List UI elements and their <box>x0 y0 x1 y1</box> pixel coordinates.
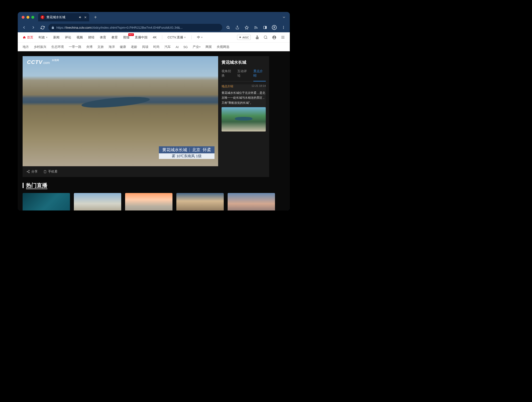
svg-rect-8 <box>265 26 266 29</box>
nav-item[interactable]: 新闻 <box>53 35 60 40</box>
svg-point-10 <box>283 27 284 28</box>
svg-rect-23 <box>44 170 46 173</box>
close-tab-icon[interactable]: ✕ <box>84 16 87 19</box>
hot-card[interactable] <box>23 193 70 210</box>
nav-item[interactable]: 视频 <box>77 35 83 40</box>
nav-cctv-live[interactable]: CCTV.直播 ▼ <box>168 35 186 40</box>
nav-item[interactable]: 熊猫HOT <box>123 35 129 40</box>
side-tab-comment[interactable]: 互动评论 <box>237 69 250 79</box>
bookmark-icon[interactable] <box>243 24 250 31</box>
reload-button[interactable] <box>39 24 46 31</box>
nav2-item[interactable]: 央博 <box>86 45 93 49</box>
nav-item[interactable]: 体育 <box>100 35 106 40</box>
nav2-item[interactable]: 央视网选 <box>217 45 229 49</box>
nav-item[interactable]: 直播中国 <box>135 35 147 40</box>
nav2-item[interactable]: 健康 <box>120 45 126 49</box>
maximize-window-button[interactable] <box>31 16 34 19</box>
side-title: 黄花城水长城 <box>222 60 266 65</box>
close-window-button[interactable] <box>22 16 25 19</box>
lock-icon <box>51 26 54 29</box>
nav2-item[interactable]: 时尚 <box>153 45 160 49</box>
nav-item[interactable]: 评论 <box>65 35 71 40</box>
info-description: 黄花城水长城位于北京怀柔，是北京唯一一处长城与水相连的景区，又称"乘船游览的长城… <box>222 90 266 105</box>
user-icon[interactable] <box>272 35 276 40</box>
nav2-item[interactable]: 产业+ <box>193 45 201 49</box>
nav-language[interactable]: 中 ▼ <box>197 35 203 40</box>
back-button[interactable] <box>21 24 27 31</box>
hot-card[interactable] <box>74 193 121 210</box>
hamburger-icon[interactable] <box>281 35 285 39</box>
nav2-item[interactable]: 乡村振兴 <box>34 45 46 49</box>
home-icon <box>23 36 26 39</box>
lower-third: 黄花城水长城 北京 怀柔 雾 10℃东南风 1级 <box>159 146 215 159</box>
side-tabs: 视角切换 互动评论 景点介绍 <box>222 69 266 81</box>
url-text: https://livechina.cctv.com/zbdcy/index.s… <box>56 26 183 29</box>
side-tab-view[interactable]: 视角切换 <box>222 69 234 79</box>
share-icon[interactable] <box>234 24 241 31</box>
reading-list-icon[interactable] <box>252 24 259 31</box>
nav-item[interactable]: 时政▼ <box>39 35 48 40</box>
nav2-item[interactable]: 文旅 <box>97 45 104 49</box>
svg-point-19 <box>27 171 28 172</box>
forward-button[interactable] <box>30 24 37 31</box>
aigc-button[interactable]: ✦AIGC <box>237 35 251 40</box>
svg-point-18 <box>29 170 30 171</box>
cctv-logo: 央视网 CCTV.com <box>27 59 50 65</box>
nav-item[interactable]: 4K <box>153 35 157 39</box>
player-section: 央视网 CCTV.com 黄花城水长城 北京 怀柔 雾 10℃东南风 1级 <box>18 51 290 182</box>
sidepanel-icon[interactable] <box>262 24 268 31</box>
nav2-item[interactable]: AI <box>176 45 179 49</box>
divider <box>191 35 192 39</box>
menu-icon[interactable] <box>280 24 287 31</box>
hot-card[interactable] <box>228 193 275 210</box>
nav2-item[interactable]: 海洋 <box>109 45 115 49</box>
title-accent-bar <box>23 183 24 188</box>
favicon-icon: C <box>41 15 44 19</box>
url-bar[interactable]: https://livechina.cctv.com/zbdcy/index.s… <box>48 24 222 31</box>
nav-item[interactable]: 教育 <box>112 35 118 40</box>
chevron-down-icon: ▼ <box>184 36 186 39</box>
nav2-item[interactable]: 5G <box>183 45 188 49</box>
weather-overlay: 雾 10℃东南风 1级 <box>159 153 215 159</box>
nav-home[interactable]: 首页 <box>23 35 33 40</box>
hot-title: 热门直播 <box>23 182 285 189</box>
nav2-item[interactable]: 生态环境 <box>51 45 64 49</box>
info-card: 地点介绍 12-21 18:14 黄花城水长城位于北京怀柔，是北京唯一一处长城与… <box>222 84 266 131</box>
search-icon[interactable] <box>264 35 268 39</box>
location-city: 北京 <box>192 147 200 153</box>
nav2-item[interactable]: 网展 <box>206 45 212 49</box>
svg-line-1 <box>229 28 230 29</box>
page-content: 首页 时政▼ 新闻 评论 视频 财经 体育 教育 熊猫HOT 直播中国 4K C… <box>18 32 290 210</box>
new-tab-button[interactable]: + <box>94 15 97 20</box>
video-player[interactable]: 央视网 CCTV.com 黄花城水长城 北京 怀柔 雾 10℃东南风 1级 <box>23 56 218 166</box>
svg-point-0 <box>227 26 229 28</box>
nav2-item[interactable]: 汽车 <box>164 45 171 49</box>
mobile-button[interactable]: 手机看 <box>43 169 58 174</box>
side-tab-intro[interactable]: 景点介绍 <box>253 69 266 79</box>
nav-item[interactable]: 财经 <box>88 35 94 40</box>
titlebar: C 黄花城水长城 ✕ + <box>18 12 290 23</box>
svg-line-14 <box>266 38 267 39</box>
secondary-nav: 地方 乡村振兴 生态环境 一带一路 央博 文旅 海洋 健康 老龄 阅读 时尚 汽… <box>18 43 290 51</box>
svg-point-20 <box>29 172 30 173</box>
nav2-item[interactable]: 地方 <box>23 45 29 49</box>
search-in-page-icon[interactable] <box>225 24 232 31</box>
nav2-item[interactable]: 阅读 <box>142 45 148 49</box>
browser-tab[interactable]: C 黄花城水长城 ✕ <box>38 13 89 21</box>
minimize-window-button[interactable] <box>26 16 29 19</box>
tabs-menu-icon[interactable] <box>282 15 286 19</box>
nav2-item[interactable]: 一带一路 <box>69 45 81 49</box>
hot-card[interactable] <box>125 193 172 210</box>
profile-button[interactable]: X <box>271 24 278 31</box>
tab-mute-icon[interactable] <box>79 16 82 19</box>
toolbar: https://livechina.cctv.com/zbdcy/index.s… <box>18 23 290 32</box>
location-name: 黄花城水长城 <box>162 147 187 153</box>
svg-marker-3 <box>245 26 248 29</box>
share-icon <box>26 170 30 173</box>
hot-card[interactable] <box>176 193 224 210</box>
chevron-down-icon: ▼ <box>46 36 48 39</box>
share-button[interactable]: 分享 <box>26 169 38 174</box>
accessibility-icon[interactable] <box>255 35 259 39</box>
svg-line-22 <box>28 171 29 171</box>
nav2-item[interactable]: 老龄 <box>131 45 137 49</box>
